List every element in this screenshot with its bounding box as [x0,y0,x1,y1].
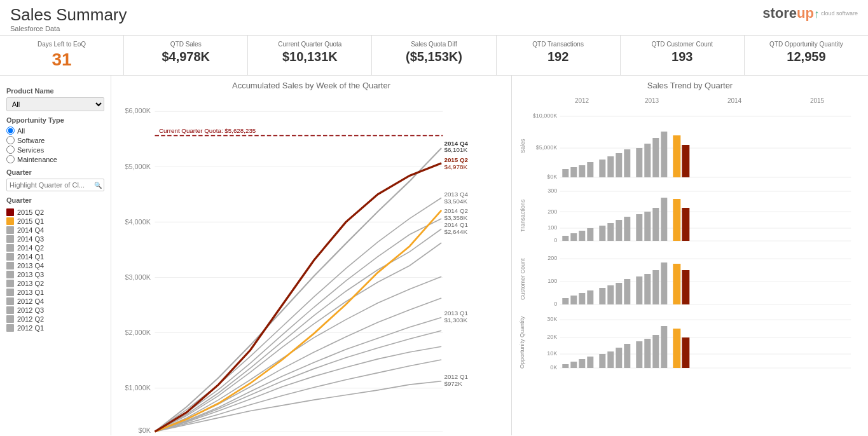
metric-quota: Current Quarter Quota $10,131K [248,36,372,75]
quarter-list-item[interactable]: 2014 Q3 [6,235,104,243]
metric-opp-qty-label: QTD Opportunity Quantity [752,41,860,48]
quarter-list-item[interactable]: 2013 Q4 [6,261,104,270]
quarter-color-swatch [6,306,14,314]
svg-rect-50 [653,138,659,177]
svg-text:$3,358K: $3,358K [444,214,467,221]
quarter-list: 2015 Q22015 Q12014 Q42014 Q32014 Q22014 … [6,208,104,332]
svg-text:$6,101K: $6,101K [444,146,467,153]
svg-text:2013 Q4: 2013 Q4 [444,191,468,198]
svg-rect-74 [673,199,681,241]
quarter-color-swatch [6,289,14,296]
svg-text:2013: 2013 [645,97,659,104]
quarter-search-input[interactable] [6,179,104,191]
sales-bar-section: Sales $10,000K $5,000K $0K [517,109,863,184]
svg-rect-94 [673,264,681,304]
svg-rect-68 [616,220,623,241]
search-icon: 🔍 [94,182,102,189]
svg-rect-71 [645,212,651,241]
svg-rect-105 [571,362,577,368]
metric-quota-value: $10,131K [256,50,364,64]
quarter-list-item[interactable]: 2012 Q3 [6,306,104,315]
header: Sales Summary Salesforce Data storeup↑ c… [0,0,868,36]
svg-rect-82 [563,298,569,304]
quarter-color-swatch [6,271,14,278]
svg-rect-87 [608,285,614,304]
svg-rect-89 [624,279,631,304]
opp-qty-svg: 30K 20K 10K 0K [528,311,863,374]
metric-customer-count: QTD Customer Count 193 [621,36,745,75]
logo-store-text: store [762,5,797,21]
opp-qty-y-label: Opportunity Quantity [517,311,528,374]
svg-rect-64 [579,231,586,241]
svg-text:$972K: $972K [444,380,462,387]
quarter-list-item[interactable]: 2014 Q2 [6,243,104,252]
svg-rect-107 [588,357,594,368]
logo-up-text: up [797,5,814,21]
svg-rect-48 [637,148,643,177]
svg-rect-52 [673,135,681,177]
quarter-list-item[interactable]: 2013 Q3 [6,270,104,279]
svg-rect-75 [682,208,690,241]
svg-rect-104 [563,364,569,368]
quarter-color-swatch [6,226,14,234]
svg-rect-110 [616,348,623,368]
svg-text:$0K: $0K [139,426,151,434]
quarter-item-label: 2013 Q4 [17,262,44,269]
logo: storeup↑ cloud software [762,5,858,22]
metric-transactions-label: QTD Transactions [504,41,612,48]
product-name-select[interactable]: All [6,97,104,111]
svg-text:200: 200 [548,255,558,261]
svg-text:2014 Q1: 2014 Q1 [444,221,468,228]
quarter-color-swatch [6,208,14,216]
radio-all[interactable]: All [6,126,104,135]
svg-text:0K: 0K [551,364,558,371]
radio-maintenance[interactable]: Maintenance [6,155,104,163]
svg-rect-42 [579,165,586,177]
radio-services[interactable]: Services [6,146,104,154]
svg-rect-66 [600,226,606,241]
metric-opp-qty: QTD Opportunity Quantity 12,959 [745,36,868,75]
quarter-list-item[interactable]: 2014 Q1 [6,252,104,261]
quarter-list-item[interactable]: 2012 Q2 [6,315,104,324]
quarter-list-item[interactable]: 2015 Q2 [6,208,104,217]
svg-text:200: 200 [548,208,558,215]
metric-quota-label: Current Quarter Quota [256,41,364,48]
svg-rect-63 [571,233,577,241]
svg-text:$2,000K: $2,000K [125,329,151,336]
metric-opp-qty-value: 12,959 [752,50,860,64]
metric-qtd-sales-label: QTD Sales [132,41,240,48]
opp-qty-section: Opportunity Quantity 30K 20K 10K 0K [517,311,863,374]
metric-customer-value: 193 [628,50,736,64]
metric-quota-diff: Sales Quota Diff ($5,153K) [372,36,496,75]
line-chart-svg: $6,000K $5,000K $4,000K $3,000K $2,000K … [116,94,506,435]
svg-rect-67 [608,223,614,241]
radio-software[interactable]: Software [6,136,104,144]
quarter-list-item[interactable]: 2012 Q1 [6,324,104,332]
quarter-list-item[interactable]: 2013 Q2 [6,279,104,288]
quarter-list-item[interactable]: 2012 Q4 [6,297,104,306]
metric-quota-diff-label: Sales Quota Diff [380,41,488,48]
svg-text:30K: 30K [548,316,558,322]
transactions-chart-svg: 300 200 100 0 [528,184,863,247]
svg-rect-92 [653,270,659,304]
quarter-list-item[interactable]: 2013 Q1 [6,288,104,297]
svg-text:2014 Q4: 2014 Q4 [444,140,468,147]
opportunity-type-group: All Software Services Maintenance [6,126,104,163]
svg-rect-70 [637,214,643,241]
svg-text:$4,000K: $4,000K [125,218,151,226]
quarter-list-item[interactable]: 2015 Q1 [6,217,104,226]
svg-rect-88 [616,283,623,304]
quarter-list-item[interactable]: 2014 Q4 [6,226,104,235]
svg-text:$1,000K: $1,000K [125,384,151,392]
svg-text:2012: 2012 [575,97,589,104]
svg-rect-43 [588,162,594,177]
metric-days-left: Days Left to EoQ 31 [0,36,124,75]
svg-text:$3,504K: $3,504K [444,198,467,205]
opportunity-type-label: Opportunity Type [6,116,104,124]
svg-text:Current Quarter Quota: $5,628,: Current Quarter Quota: $5,628,235 [159,127,256,134]
svg-rect-45 [608,156,614,177]
page-header: Sales Summary Salesforce Data [10,5,127,32]
svg-text:20K: 20K [548,334,558,340]
svg-rect-95 [682,270,690,304]
metric-days-left-value: 31 [8,50,116,70]
